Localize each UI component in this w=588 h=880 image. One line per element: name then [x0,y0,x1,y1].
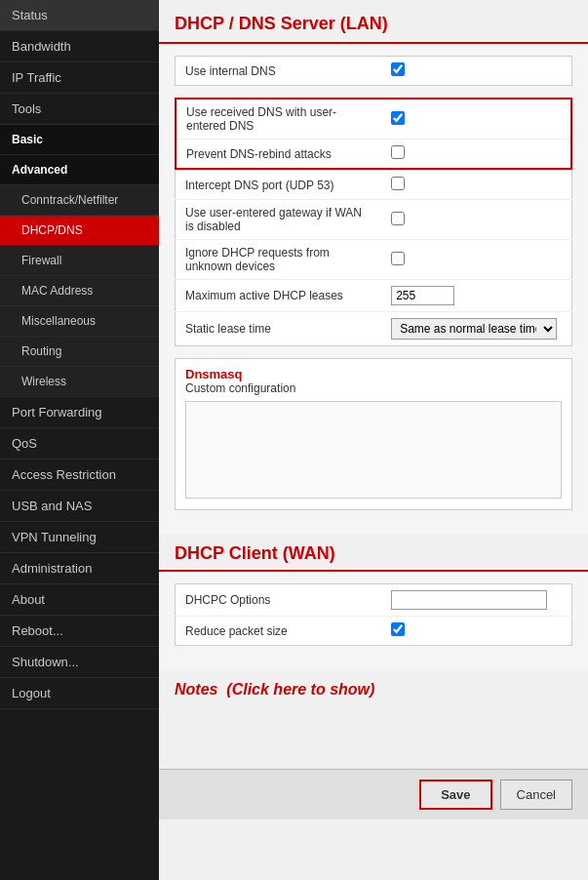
intercept-dns-cell [381,171,571,200]
use-received-dns-cell [381,99,571,140]
section-title: DHCP / DNS Server (LAN) [159,0,588,44]
sidebar-item-mac-address[interactable]: MAC Address [0,276,159,306]
use-gateway-checkbox[interactable] [391,212,405,225]
dnsmasq-section: Dnsmasq Custom configuration [175,358,572,510]
use-internal-dns-label: Use internal DNS [176,57,382,86]
intercept-dns-checkbox[interactable] [391,177,405,190]
dnsmasq-textarea[interactable] [185,401,562,499]
sidebar-item-shutdown[interactable]: Shutdown... [0,647,159,678]
dhcpc-options-cell [381,584,571,617]
sidebar-item-conntrack[interactable]: Conntrack/Netfilter [0,185,159,216]
notes-section: Notes (Click here to show) [159,669,588,710]
max-active-label: Maximum active DHCP leases [176,280,382,312]
prevent-rebind-label: Prevent DNS-rebind attacks [176,140,381,170]
use-gateway-row: Use user-entered gateway if WAN is disab… [176,200,572,240]
sidebar-item-basic[interactable]: Basic [0,125,159,155]
spacer [159,710,588,769]
intercept-dns-row: Intercept DNS port (UDP 53) [176,171,572,200]
ignore-dhcp-label: Ignore DHCP requests from unknown device… [176,240,382,280]
use-internal-dns-checkbox[interactable] [391,62,405,76]
use-gateway-label: Use user-entered gateway if WAN is disab… [176,200,382,240]
sidebar-item-miscellaneous[interactable]: Miscellaneous [0,306,159,337]
other-fields-table: Intercept DNS port (UDP 53) Use user-ent… [175,170,572,346]
use-internal-dns-row: Use internal DNS [175,56,572,86]
sidebar-item-advanced[interactable]: Advanced [0,155,159,185]
sidebar-item-access-restriction[interactable]: Access Restriction [0,460,159,491]
sidebar-item-usb-nas[interactable]: USB and NAS [0,491,159,522]
sidebar-item-firewall[interactable]: Firewall [0,246,159,276]
sidebar: StatusBandwidthIP TrafficToolsBasicAdvan… [0,0,159,880]
dnsmasq-sub: Custom configuration [185,381,562,395]
static-lease-label: Static lease time [176,312,382,346]
cancel-button[interactable]: Cancel [500,780,572,810]
sidebar-item-about[interactable]: About [0,584,159,616]
sidebar-item-ip-traffic[interactable]: IP Traffic [0,62,159,94]
lan-form: Use internal DNS Use received DNS with u… [159,44,588,534]
sidebar-item-dhcp-dns[interactable]: DHCP/DNS [0,216,159,246]
notes-label[interactable]: Notes (Click here to show) [175,681,374,698]
dhcpc-options-label: DHCPC Options [176,584,382,617]
footer-bar: Save Cancel [159,769,588,820]
static-lease-select[interactable]: Same as normal lease time [391,318,557,340]
notes-label-text: Notes [175,681,217,698]
wan-section-title: DHCP Client (WAN) [159,534,588,572]
wan-form: DHCPC Options Reduce packet size [159,572,588,669]
notes-click-text: (Click here to show) [226,681,374,698]
max-active-cell [381,280,571,312]
prevent-rebind-row: Prevent DNS-rebind attacks [176,140,571,170]
main-content: DHCP / DNS Server (LAN) Use internal DNS… [159,0,588,880]
dnsmasq-label: Dnsmasq [185,367,562,381]
use-gateway-cell [381,200,571,240]
sidebar-item-vpn-tunneling[interactable]: VPN Tunneling [0,522,159,553]
save-button[interactable]: Save [419,780,491,810]
reduce-packet-label: Reduce packet size [176,617,382,646]
sidebar-item-wireless[interactable]: Wireless [0,367,159,397]
use-received-dns-label: Use received DNS with user-entered DNS [176,99,381,140]
sidebar-item-routing[interactable]: Routing [0,337,159,367]
max-active-input[interactable] [391,286,454,305]
dhcpc-options-input[interactable] [391,590,547,610]
sidebar-item-port-forwarding[interactable]: Port Forwarding [0,397,159,428]
sidebar-item-qos[interactable]: QoS [0,428,159,460]
wan-fields-table: DHCPC Options Reduce packet size [175,583,572,646]
static-lease-row: Static lease time Same as normal lease t… [176,312,572,346]
prevent-rebind-cell [381,140,571,170]
ignore-dhcp-cell [381,240,571,280]
sidebar-item-logout[interactable]: Logout [0,678,159,709]
sidebar-item-tools[interactable]: Tools [0,94,159,125]
reduce-packet-cell [381,617,571,646]
intercept-dns-label: Intercept DNS port (UDP 53) [176,171,382,200]
prevent-rebind-checkbox[interactable] [391,145,405,159]
ignore-dhcp-checkbox[interactable] [391,252,405,265]
sidebar-item-status[interactable]: Status [0,0,159,31]
reduce-packet-checkbox[interactable] [391,622,405,636]
highlighted-group: Use received DNS with user-entered DNS P… [175,98,572,170]
dhcpc-options-row: DHCPC Options [176,584,572,617]
sidebar-item-bandwidth[interactable]: Bandwidth [0,31,159,62]
use-received-dns-checkbox[interactable] [391,111,405,125]
max-active-row: Maximum active DHCP leases [176,280,572,312]
sidebar-item-administration[interactable]: Administration [0,553,159,584]
ignore-dhcp-row: Ignore DHCP requests from unknown device… [176,240,572,280]
reduce-packet-row: Reduce packet size [176,617,572,646]
sidebar-item-reboot[interactable]: Reboot... [0,616,159,647]
static-lease-cell: Same as normal lease time [381,312,571,346]
use-received-dns-row: Use received DNS with user-entered DNS [176,99,571,140]
use-internal-dns-cell [381,57,571,86]
